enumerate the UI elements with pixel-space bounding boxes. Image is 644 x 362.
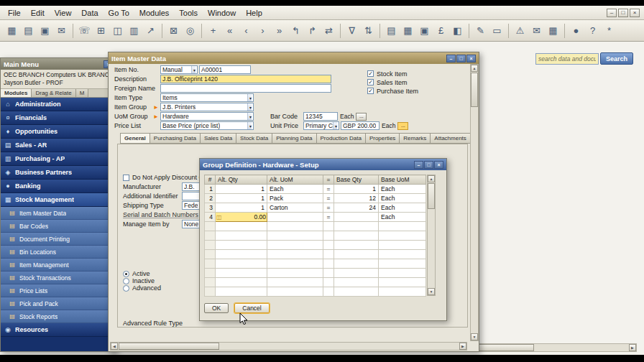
tab-stock-data[interactable]: Stock Data (236, 133, 272, 144)
table-row[interactable] (205, 250, 426, 259)
form-settings-icon[interactable]: ▦ (4, 23, 19, 39)
cell[interactable] (323, 269, 334, 278)
tab-modules[interactable]: Modules (1, 89, 32, 97)
column-header-alt-uom[interactable]: Alt. UoM (267, 175, 323, 185)
module-item-financials[interactable]: ¤Financials (1, 111, 116, 125)
filter-icon[interactable]: ∇ (344, 23, 359, 39)
item-master-horizontal-scrollbar[interactable]: ◀ ▶ (110, 342, 467, 351)
cell[interactable]: 3 (205, 203, 216, 213)
cell[interactable] (216, 231, 267, 241)
cell[interactable] (216, 222, 267, 231)
link-arrow-icon[interactable]: ► (153, 113, 160, 120)
scrollbar-thumb[interactable] (428, 183, 435, 209)
menu-item-bar-codes[interactable]: ▤Bar Codes (1, 220, 116, 233)
cell[interactable] (205, 287, 216, 297)
search-input[interactable] (535, 53, 599, 65)
cell[interactable] (379, 250, 426, 259)
bar-code-input[interactable]: 12345 (303, 112, 338, 121)
menu-file[interactable]: File (3, 7, 26, 19)
table-row[interactable]: 4◫0.00=Each (205, 213, 426, 222)
cell[interactable] (334, 259, 379, 269)
scrollbar-thumb[interactable] (471, 73, 478, 107)
tab-properties[interactable]: Properties (365, 133, 399, 144)
cell[interactable] (323, 287, 334, 297)
cell[interactable]: = (323, 185, 334, 194)
column-header-base-uom[interactable]: Base UoM (379, 175, 426, 185)
alerts-icon[interactable]: ⚠ (512, 23, 528, 39)
table-row[interactable] (205, 287, 426, 297)
item-master-vertical-scrollbar[interactable]: ▲ ▼ (470, 64, 479, 341)
cell[interactable]: 1 (216, 203, 267, 213)
menu-tools[interactable]: Tools (174, 7, 203, 19)
module-item-administration[interactable]: ⌂Administration (1, 98, 116, 111)
discount-checkbox[interactable] (123, 175, 129, 181)
cell[interactable] (379, 231, 426, 241)
email-icon[interactable]: ✉ (54, 23, 69, 39)
export-pdf-icon[interactable]: ▥ (126, 23, 142, 39)
tab-remarks[interactable]: Remarks (399, 133, 430, 144)
checkbox-purchase-item[interactable]: ✓Purchase Item (367, 87, 418, 95)
cell[interactable]: Pack (267, 194, 323, 203)
cell[interactable]: 24 (334, 203, 379, 213)
close-button[interactable]: × (630, 9, 640, 17)
module-item-purchasing-ap[interactable]: ▥Purchasing - AP (1, 152, 116, 166)
cell[interactable] (379, 222, 426, 231)
radio-active[interactable]: Active (123, 270, 150, 277)
menu-help[interactable]: Help (241, 7, 267, 19)
search-button[interactable]: Search (600, 52, 633, 65)
item-master-titlebar[interactable]: Item Master Data –□× (109, 52, 479, 64)
cell[interactable]: 1 (216, 194, 267, 203)
cell[interactable] (216, 259, 267, 269)
export-excel-icon[interactable]: ⊞ (93, 23, 109, 39)
menu-item-item-master-data[interactable]: ▤Item Master Data (1, 207, 116, 220)
cell[interactable] (334, 241, 379, 250)
cell[interactable] (323, 231, 334, 241)
cell[interactable]: 12 (334, 194, 379, 203)
module-item-opportunities[interactable]: ♦Opportunities (1, 125, 116, 139)
cell[interactable] (334, 231, 379, 241)
cell[interactable] (205, 231, 216, 241)
link-arrow-icon[interactable]: ► (153, 104, 160, 111)
checkbox-sales-item[interactable]: ✓Sales Item (367, 78, 418, 86)
menu-item-bin-locations[interactable]: ▤Bin Locations (1, 246, 116, 259)
fax-icon[interactable]: ☏ (77, 23, 92, 39)
cell[interactable]: Each (379, 185, 426, 194)
cell[interactable] (379, 241, 426, 250)
module-item-resources[interactable]: ◉Resources (1, 323, 116, 337)
cell[interactable] (323, 259, 334, 269)
pencil-edit-icon[interactable]: ✎ (473, 23, 488, 39)
cell[interactable] (379, 278, 426, 287)
cell[interactable] (379, 269, 426, 278)
cell[interactable]: Each (267, 185, 323, 194)
radio-inactive[interactable]: Inactive (123, 277, 155, 284)
navigate-back-icon[interactable]: ↰ (288, 23, 303, 39)
close-button[interactable]: × (434, 161, 443, 169)
previous-record-icon[interactable]: ‹ (239, 23, 254, 39)
transaction-journal-icon[interactable]: ▤ (384, 23, 399, 39)
restore-button[interactable]: □ (424, 161, 433, 169)
print-preview-icon[interactable]: ▤ (21, 23, 36, 39)
tab-general[interactable]: General (120, 133, 150, 144)
cell[interactable]: 2 (205, 194, 216, 203)
cell[interactable] (379, 287, 426, 297)
chart-icon[interactable]: ◧ (450, 23, 465, 39)
cell[interactable]: Each (379, 213, 426, 222)
column-header-alt-qty[interactable]: Alt. Qty (216, 175, 267, 185)
cell[interactable] (216, 287, 267, 297)
last-record-icon[interactable]: » (272, 23, 287, 39)
cell[interactable] (267, 231, 323, 241)
table-row[interactable] (205, 241, 426, 250)
cell[interactable] (267, 241, 323, 250)
cell[interactable]: = (323, 203, 334, 213)
cell[interactable] (334, 278, 379, 287)
description-input[interactable]: J.B. Officeprint 1420 (160, 75, 331, 83)
restore-button[interactable]: □ (456, 55, 466, 62)
table-row[interactable] (205, 269, 426, 278)
tab-drag-relate[interactable]: Drag & Relate (32, 89, 75, 97)
item-no-mode-select[interactable]: Manual ▾ (160, 65, 198, 74)
scroll-down-icon[interactable]: ▼ (471, 333, 478, 340)
module-item-banking[interactable]: ●Banking (1, 180, 116, 193)
cell[interactable] (334, 250, 379, 259)
table-row[interactable]: 11Each=1Each (205, 185, 426, 194)
cell[interactable] (323, 278, 334, 287)
